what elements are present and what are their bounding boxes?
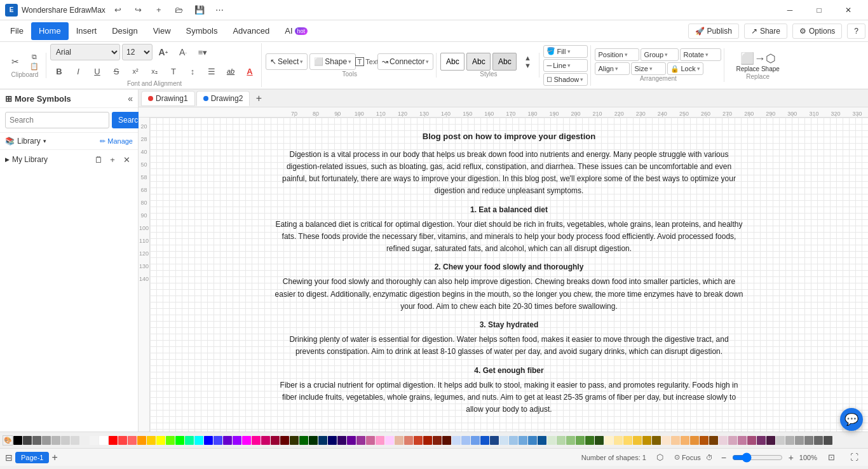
help-btn[interactable]: ?: [847, 24, 865, 39]
color-swatch[interactable]: [118, 436, 127, 445]
color-swatch[interactable]: [433, 436, 442, 445]
cut-btn[interactable]: ✂: [6, 53, 24, 71]
italic-btn[interactable]: I: [69, 62, 87, 80]
list-btn[interactable]: ☰: [203, 62, 220, 80]
add-page-btn[interactable]: +: [51, 452, 57, 463]
menu-insert[interactable]: Insert: [69, 22, 105, 40]
canvas-scroll-area[interactable]: 20 28 40 50 58 68 80 90 100 110 120 130 …: [139, 118, 868, 432]
color-swatch[interactable]: [261, 436, 270, 445]
menu-advanced[interactable]: Advanced: [225, 22, 277, 40]
color-swatch[interactable]: [747, 436, 756, 445]
color-swatch[interactable]: [337, 436, 346, 445]
canvas-content[interactable]: Blog post on how to improve your digesti…: [150, 118, 868, 432]
copy-btn[interactable]: ⧉: [25, 53, 43, 62]
color-swatch[interactable]: [42, 436, 51, 445]
fill-text-btn[interactable]: ab: [222, 62, 240, 80]
color-swatch[interactable]: [576, 436, 585, 445]
menu-design[interactable]: Design: [104, 22, 145, 40]
new-btn[interactable]: +: [150, 3, 168, 17]
color-swatch[interactable]: [471, 436, 480, 445]
color-swatch[interactable]: [347, 436, 356, 445]
color-swatch[interactable]: [776, 436, 785, 445]
zoom-in-btn[interactable]: +: [785, 452, 797, 463]
open-btn[interactable]: 🗁: [170, 3, 188, 17]
color-swatch[interactable]: [318, 436, 327, 445]
lock-dropdown[interactable]: 🔒 Lock▾: [667, 62, 703, 75]
color-swatch[interactable]: [538, 436, 546, 445]
my-library-add-btn[interactable]: +: [106, 153, 119, 166]
color-swatch[interactable]: [99, 436, 108, 445]
my-library-save-btn[interactable]: 🗒: [92, 153, 105, 166]
color-swatch[interactable]: [671, 436, 680, 445]
color-swatch[interactable]: [738, 436, 747, 445]
strikethrough-btn[interactable]: S: [107, 62, 125, 80]
color-swatch[interactable]: [166, 436, 175, 445]
style-box-3[interactable]: Abc: [492, 53, 517, 71]
color-swatch[interactable]: [233, 436, 241, 445]
color-swatch[interactable]: [271, 436, 280, 445]
color-swatch[interactable]: [299, 436, 308, 445]
color-swatch[interactable]: [80, 436, 89, 445]
tab-drawing2[interactable]: Drawing2: [196, 91, 250, 106]
color-swatch[interactable]: [604, 436, 613, 445]
color-swatch[interactable]: [156, 436, 165, 445]
connector-dropdown[interactable]: ↝ Connector ▾: [377, 53, 433, 70]
color-swatch[interactable]: [32, 436, 41, 445]
undo-btn[interactable]: ↩: [109, 3, 127, 17]
size-dropdown[interactable]: Size▾: [631, 62, 666, 75]
color-swatch[interactable]: [795, 436, 804, 445]
fill-dropdown[interactable]: 🪣 Fill ▾: [543, 45, 588, 58]
paste-btn[interactable]: 📋: [25, 62, 43, 71]
color-swatch[interactable]: [204, 436, 213, 445]
options-btn[interactable]: ⚙ Options: [792, 24, 842, 39]
fit-page-btn[interactable]: ⊡: [822, 449, 840, 466]
color-swatch[interactable]: [109, 436, 118, 445]
style-box-1[interactable]: Abc: [440, 53, 465, 71]
color-swatch[interactable]: [309, 436, 318, 445]
redo-btn[interactable]: ↪: [130, 3, 147, 17]
color-swatch[interactable]: [61, 436, 70, 445]
publish-btn[interactable]: 🚀 Publish: [688, 24, 739, 39]
color-swatch[interactable]: [280, 436, 289, 445]
color-swatch[interactable]: [499, 436, 508, 445]
rotate-dropdown[interactable]: Rotate▾: [680, 48, 721, 61]
color-swatch[interactable]: [633, 436, 642, 445]
color-swatch[interactable]: [719, 436, 728, 445]
color-swatch[interactable]: [490, 436, 499, 445]
color-swatch[interactable]: [804, 436, 813, 445]
clear-format-btn[interactable]: T: [165, 62, 182, 80]
color-swatch[interactable]: [356, 436, 365, 445]
color-swatch[interactable]: [194, 436, 203, 445]
font-shrink-btn[interactable]: A-: [174, 43, 192, 61]
menu-view[interactable]: View: [146, 22, 179, 40]
tab-drawing1[interactable]: Drawing1: [141, 91, 195, 106]
save-btn[interactable]: 💾: [191, 3, 208, 17]
minimize-btn[interactable]: ─: [775, 0, 804, 20]
color-swatch[interactable]: [452, 436, 461, 445]
menu-ai[interactable]: AI hot: [277, 22, 315, 40]
line-spacing-btn[interactable]: ↕: [184, 62, 201, 80]
color-swatch[interactable]: [252, 436, 261, 445]
close-btn[interactable]: ✕: [834, 0, 863, 20]
shadow-dropdown[interactable]: ◻ Shadow ▾: [543, 73, 588, 86]
maximize-btn[interactable]: □: [804, 0, 834, 20]
color-swatch[interactable]: [623, 436, 632, 445]
manage-btn[interactable]: ✏ Manage: [100, 137, 133, 146]
color-swatch[interactable]: [137, 436, 146, 445]
color-swatch[interactable]: [242, 436, 251, 445]
page-tab-1[interactable]: Page-1: [15, 452, 49, 463]
color-swatch[interactable]: [557, 436, 566, 445]
fullscreen-btn[interactable]: ⛶: [845, 449, 863, 466]
color-swatch[interactable]: [595, 436, 604, 445]
color-swatch[interactable]: [71, 436, 79, 445]
color-swatch[interactable]: [175, 436, 184, 445]
my-library-toggle[interactable]: ▶ My Library: [5, 155, 48, 164]
color-swatch[interactable]: [185, 436, 194, 445]
group-dropdown[interactable]: Group▾: [641, 48, 679, 61]
color-swatch[interactable]: [824, 436, 832, 445]
timer-btn[interactable]: ⏱: [706, 454, 713, 461]
color-swatch[interactable]: [442, 436, 451, 445]
superscript-btn[interactable]: x²: [126, 62, 144, 80]
my-library-close-btn[interactable]: ✕: [120, 153, 133, 166]
bold-btn[interactable]: B: [50, 62, 68, 80]
